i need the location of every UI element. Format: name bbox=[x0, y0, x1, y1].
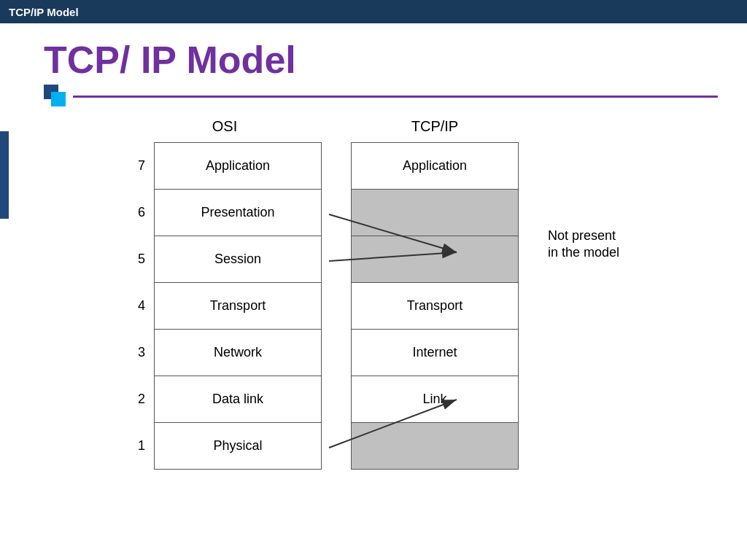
title-decoration bbox=[44, 85, 718, 108]
annotation-section: Not present in the model bbox=[526, 118, 619, 262]
table-row: Presentation bbox=[154, 190, 321, 236]
title-bar-text: TCP/IP Model bbox=[9, 6, 79, 18]
osi-layer-transport: Transport bbox=[154, 283, 321, 330]
tcpip-label: TCP/IP bbox=[411, 118, 458, 135]
osi-layer-network: Network bbox=[154, 330, 321, 376]
osi-layer-physical: Physical bbox=[154, 423, 321, 470]
osi-section: OSI 7 6 5 4 3 2 1 Application bbox=[128, 118, 322, 470]
not-present-line2: in the model bbox=[548, 245, 619, 260]
slide-title: TCP/ IP Model bbox=[44, 38, 718, 82]
title-underline bbox=[73, 96, 718, 98]
svg-line-2 bbox=[329, 400, 457, 448]
osi-layer-session: Session bbox=[154, 236, 321, 283]
osi-layer-datalink: Data link bbox=[154, 376, 321, 423]
blue-square-light bbox=[51, 92, 66, 106]
osi-num-1: 1 bbox=[128, 422, 150, 469]
osi-num-7: 7 bbox=[128, 142, 150, 189]
table-row: Data link bbox=[154, 376, 321, 423]
svg-line-1 bbox=[329, 252, 457, 261]
osi-num-6: 6 bbox=[128, 189, 150, 236]
table-row: Physical bbox=[154, 423, 321, 470]
osi-num-5: 5 bbox=[128, 236, 150, 282]
table-row: Application bbox=[154, 143, 321, 190]
diagram-wrapper: OSI 7 6 5 4 3 2 1 Application bbox=[29, 118, 718, 474]
table-row: Session bbox=[154, 236, 321, 283]
osi-number-column: 7 6 5 4 3 2 1 bbox=[128, 142, 150, 470]
osi-num-2: 2 bbox=[128, 376, 150, 422]
svg-line-0 bbox=[329, 214, 457, 252]
osi-table: Application Presentation Session Transpo… bbox=[154, 142, 322, 470]
blue-squares-icon bbox=[44, 85, 67, 108]
title-bar: TCP/IP Model bbox=[0, 0, 747, 23]
arrows-area bbox=[322, 144, 511, 474]
arrows-svg bbox=[322, 144, 511, 471]
not-present-label: Not present in the model bbox=[548, 228, 619, 262]
osi-container: 7 6 5 4 3 2 1 Application Presentation bbox=[128, 142, 322, 470]
table-row: Network bbox=[154, 330, 321, 376]
osi-num-3: 3 bbox=[128, 329, 150, 376]
slide-content: TCP/ IP Model OSI 7 6 5 4 3 2 1 bbox=[0, 23, 747, 489]
table-row: Transport bbox=[154, 283, 321, 330]
osi-layer-presentation: Presentation bbox=[154, 190, 321, 236]
osi-label: OSI bbox=[212, 118, 237, 135]
osi-layer-application: Application bbox=[154, 143, 321, 190]
osi-num-4: 4 bbox=[128, 282, 150, 329]
not-present-line1: Not present bbox=[548, 228, 616, 243]
